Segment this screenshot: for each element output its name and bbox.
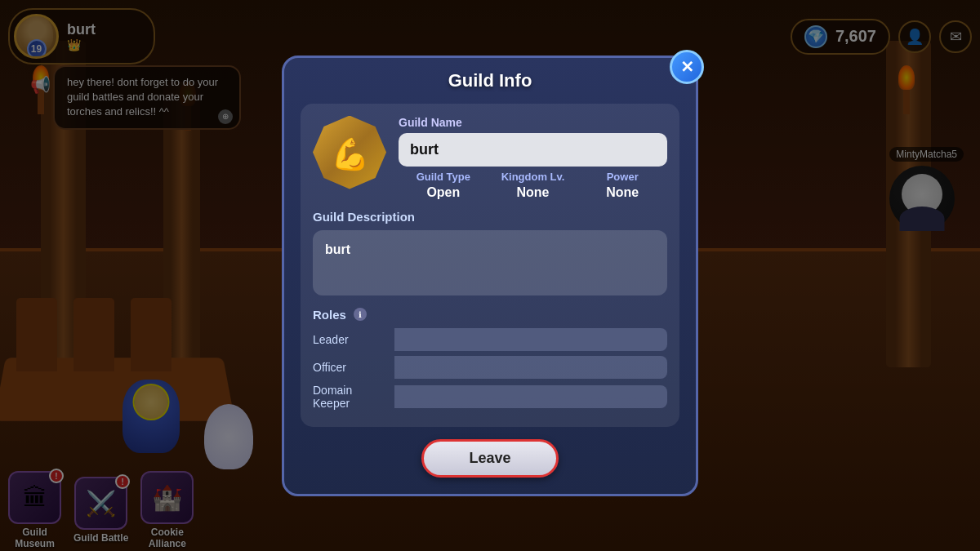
guild-emblem-icon: 💪 (331, 136, 369, 172)
role-leader-name: Leader (313, 333, 394, 346)
roles-label: Roles (313, 308, 346, 322)
role-leader-row: Leader (313, 328, 667, 351)
guild-name-label: Guild Name (399, 116, 667, 129)
kingdom-lv-label: Kingdom Lv. (488, 171, 578, 183)
modal-body: 💪 Guild Name burt Guild Type Open Kingdo… (301, 104, 679, 427)
modal-title: Guild Info (448, 70, 532, 91)
guild-emblem: 💪 (313, 116, 386, 189)
guild-name-row: 💪 Guild Name burt Guild Type Open Kingdo… (313, 116, 667, 200)
role-domain-row: Domain Keeper (313, 384, 667, 410)
kingdom-lv-value: None (488, 185, 578, 200)
stat-power: Power None (577, 171, 667, 200)
power-label: Power (577, 171, 667, 183)
role-officer-name: Officer (313, 361, 394, 374)
role-leader-bar (394, 328, 667, 351)
leave-button[interactable]: Leave (421, 439, 558, 478)
role-domain-bar (394, 385, 667, 408)
role-officer-bar (394, 356, 667, 379)
power-value: None (577, 185, 667, 200)
guild-name-field-area: Guild Name burt Guild Type Open Kingdom … (399, 116, 667, 200)
guild-desc-box[interactable]: burt (313, 230, 667, 295)
role-officer-row: Officer (313, 356, 667, 379)
guild-name-input[interactable]: burt (399, 133, 667, 167)
close-button[interactable]: ✕ (670, 50, 704, 84)
guild-type-value: Open (399, 185, 488, 200)
roles-info-icon[interactable]: ℹ (354, 308, 367, 321)
modal-header: Guild Info ✕ (301, 70, 679, 91)
stats-row: Guild Type Open Kingdom Lv. None Power N… (399, 171, 667, 200)
guild-type-label: Guild Type (399, 171, 488, 183)
stat-kingdom-lv: Kingdom Lv. None (488, 171, 578, 200)
guild-info-modal: Guild Info ✕ 💪 Guild Name burt Guild Typ… (282, 56, 698, 496)
guild-emblem-shape: 💪 (313, 116, 386, 189)
guild-desc-label: Guild Description (313, 210, 667, 224)
stat-guild-type: Guild Type Open (399, 171, 488, 200)
leave-btn-area: Leave (301, 439, 679, 478)
roles-header: Roles ℹ (313, 308, 667, 322)
role-domain-name: Domain Keeper (313, 384, 394, 410)
